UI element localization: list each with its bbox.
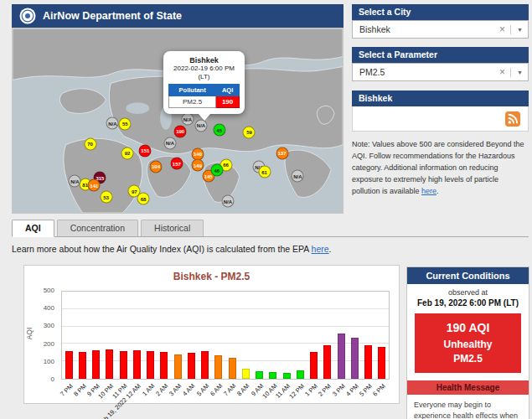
app-title: AirNow Department of State	[43, 10, 182, 22]
learn-more-text: Learn more about how the Air Quality Ind…	[12, 244, 332, 254]
chart-bar[interactable]	[147, 351, 154, 379]
chart-bar[interactable]	[65, 351, 73, 379]
popup-pollutant-header: Pollutant	[169, 85, 216, 96]
aqi-map[interactable]: N/A5570190N/A4559N/A15192140104157149145…	[12, 28, 343, 214]
chart-bar[interactable]	[79, 352, 86, 379]
clear-city-icon[interactable]: ×	[494, 23, 510, 35]
select-parameter-header: Select a Parameter	[352, 47, 529, 63]
popup-aqi-header: AQI	[216, 85, 240, 96]
aqi-marker[interactable]: N/A	[221, 195, 234, 208]
chart-bar[interactable]	[364, 345, 372, 379]
popup-pollutant-value: PM2.5	[169, 96, 216, 108]
map-popup: Bishkek 2022-02-19 6:00 PM (LT) Pollutan…	[163, 51, 245, 114]
chart-bar[interactable]	[283, 373, 291, 379]
chart-title: Bishkek - PM2.5	[24, 271, 399, 282]
aqi-marker[interactable]: 61	[258, 166, 271, 178]
y-axis-tick: 500	[44, 287, 54, 294]
popup-arrow	[199, 114, 210, 121]
aqi-marker[interactable]: N/A	[181, 113, 194, 126]
aqi-marker[interactable]: 149	[192, 159, 204, 172]
health-message-header: Health Message	[407, 380, 529, 395]
rss-feed-icon[interactable]	[505, 111, 520, 127]
chart-bar[interactable]	[92, 350, 100, 379]
aqi-marker[interactable]: N/A	[163, 137, 176, 149]
aqi-marker[interactable]: 157	[170, 158, 183, 170]
popup-aqi-value: 190	[216, 96, 240, 108]
beyond-aqi-note: Note: Values above 500 are considered Be…	[352, 139, 529, 198]
city-chevron-down-icon[interactable]: ▼	[510, 25, 523, 34]
note-here-link[interactable]: here	[421, 187, 436, 195]
aqi-marker[interactable]: 59	[243, 126, 256, 138]
chart-bar[interactable]	[133, 350, 141, 379]
current-conditions-panel: Current Conditions observed at Feb 19, 2…	[406, 266, 529, 419]
chart-bar[interactable]	[310, 352, 318, 379]
tab-aqi[interactable]: AQI	[12, 220, 54, 237]
chart-bar[interactable]	[174, 354, 182, 379]
page: AirNow Department of State N/A5570190N/A…	[0, 0, 532, 419]
chart-bar[interactable]	[323, 345, 331, 379]
aqi-marker[interactable]: 137	[276, 147, 288, 159]
popup-datetime-value: 2022-02-19 6:00 PM	[173, 65, 235, 72]
chart-bar[interactable]	[269, 372, 276, 379]
aqi-bar-chart: Bishkek - PM2.5 AQI 0100200300400500 7 P…	[23, 265, 400, 404]
chart-bar[interactable]	[297, 370, 304, 379]
aqi-marker[interactable]: 141	[88, 179, 101, 192]
chart-bar[interactable]	[351, 338, 359, 379]
current-conditions-header: Current Conditions	[407, 267, 529, 284]
parameter-select-value: PM2.5	[359, 67, 494, 77]
aqi-marker[interactable]: N/A	[292, 170, 304, 183]
y-axis-tick: 0	[51, 375, 54, 383]
aqi-marker[interactable]: N/A	[106, 117, 119, 130]
learn-more-prefix: Learn more about how the Air Quality Ind…	[12, 244, 312, 254]
aqi-value: 190 AQI	[418, 321, 518, 334]
chart-bar[interactable]	[188, 353, 195, 379]
aqi-marker[interactable]: 53	[100, 191, 112, 204]
learn-more-here-link[interactable]: here	[312, 244, 329, 254]
y-axis-tick: 300	[44, 322, 54, 329]
station-header: Bishkek	[352, 91, 529, 106]
station-panel	[352, 106, 529, 132]
chart-bar[interactable]	[214, 355, 222, 379]
aqi-marker[interactable]: 190	[174, 125, 187, 137]
parameter-select[interactable]: PM2.5 × ▼	[352, 63, 529, 81]
aqi-marker[interactable]: 104	[149, 160, 162, 173]
aqi-marker[interactable]: 140	[192, 147, 204, 160]
chart-bar[interactable]	[256, 371, 263, 379]
popup-city: Bishkek	[168, 56, 240, 65]
aqi-marker[interactable]: N/A	[69, 175, 81, 188]
chart-bar[interactable]	[120, 351, 127, 379]
city-select[interactable]: Bishkek × ▼	[352, 20, 529, 39]
aqi-marker[interactable]: 45	[213, 124, 225, 137]
popup-table: Pollutant AQI PM2.5 190	[168, 84, 240, 108]
state-department-seal-icon	[19, 8, 36, 24]
city-select-value: Bishkek	[359, 24, 494, 34]
aqi-marker[interactable]: 151	[139, 144, 152, 157]
aqi-marker[interactable]: 46	[210, 164, 223, 177]
chart-bar[interactable]	[106, 349, 113, 379]
aqi-marker[interactable]: 55	[119, 117, 132, 130]
aqi-marker[interactable]: 70	[84, 137, 96, 150]
popup-datetime: 2022-02-19 6:00 PM (LT)	[168, 65, 240, 81]
aqi-marker[interactable]: 68	[137, 193, 150, 205]
chart-bar[interactable]	[338, 334, 345, 379]
chart-bar[interactable]	[242, 369, 250, 379]
gridline	[62, 326, 389, 327]
health-message-text: Everyone may begin to experience health …	[407, 395, 529, 419]
aqi-pollutant: PM2.5	[418, 353, 518, 365]
chart-bar[interactable]	[201, 351, 209, 379]
aqi-marker[interactable]: 92	[121, 147, 134, 159]
gridline	[62, 308, 389, 309]
note-suffix: .	[436, 187, 439, 195]
aqi-marker[interactable]: N/A	[194, 119, 207, 132]
select-city-header: Select a City	[352, 4, 529, 20]
chart-bar[interactable]	[378, 347, 385, 379]
y-axis-tick: 200	[44, 340, 54, 348]
observed-at-label: observed at	[407, 288, 529, 297]
clear-parameter-icon[interactable]: ×	[494, 66, 510, 78]
learn-more-suffix: .	[329, 244, 332, 254]
tab-concentration[interactable]: Concentration	[57, 220, 138, 236]
chart-bar[interactable]	[229, 358, 236, 379]
tab-historical[interactable]: Historical	[141, 220, 204, 236]
parameter-chevron-down-icon[interactable]: ▼	[510, 68, 523, 77]
chart-bar[interactable]	[160, 352, 168, 379]
